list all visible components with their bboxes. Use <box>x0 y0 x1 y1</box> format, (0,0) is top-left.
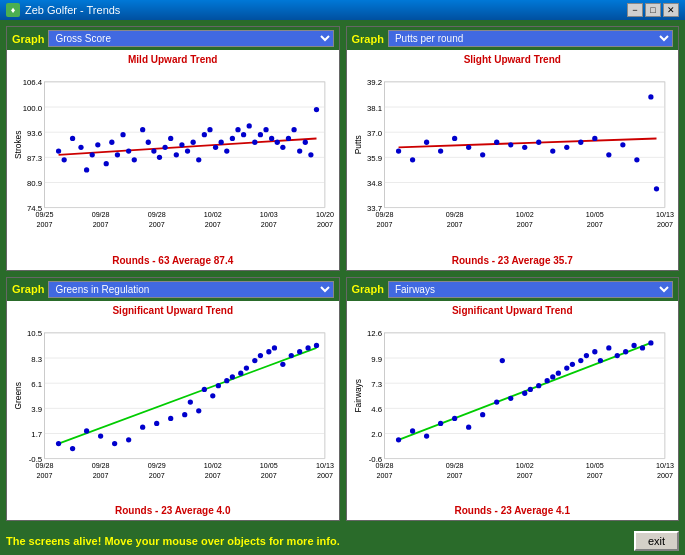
svg-point-158 <box>216 383 221 388</box>
svg-point-116 <box>653 186 658 191</box>
svg-text:34.8: 34.8 <box>367 179 382 188</box>
window-title: Zeb Golfer - Trends <box>25 4 120 16</box>
svg-text:09/28: 09/28 <box>148 211 166 219</box>
svg-text:8.3: 8.3 <box>31 354 42 363</box>
svg-point-154 <box>188 399 193 404</box>
svg-point-38 <box>126 148 131 153</box>
graph-select-fairways[interactable]: Fairways <box>388 281 673 298</box>
app-icon: ♦ <box>6 3 20 17</box>
svg-point-203 <box>480 412 485 417</box>
chart-title-fairways: Significant Upward Trend <box>351 305 675 316</box>
svg-point-198 <box>409 428 414 433</box>
chart-header-greens-in-regulation: GraphGreens in Regulation <box>7 278 339 301</box>
svg-point-99 <box>423 140 428 145</box>
svg-point-59 <box>247 123 252 128</box>
svg-text:35.9: 35.9 <box>367 154 382 163</box>
svg-point-220 <box>614 352 619 357</box>
svg-point-31 <box>84 167 89 172</box>
svg-text:2007: 2007 <box>656 221 672 229</box>
svg-text:38.1: 38.1 <box>367 104 382 113</box>
minimize-button[interactable]: − <box>627 3 643 17</box>
svg-point-197 <box>395 437 400 442</box>
status-text: The screens alive! Move your mouse over … <box>6 535 340 547</box>
svg-text:10/02: 10/02 <box>515 462 533 470</box>
svg-text:2007: 2007 <box>446 221 462 229</box>
svg-point-61 <box>258 132 263 137</box>
svg-point-151 <box>154 420 159 425</box>
svg-text:80.9: 80.9 <box>27 179 42 188</box>
svg-point-55 <box>224 148 229 153</box>
svg-point-153 <box>182 412 187 417</box>
svg-text:10/02: 10/02 <box>204 462 222 470</box>
svg-point-40 <box>140 127 145 132</box>
svg-point-170 <box>305 345 310 350</box>
svg-point-35 <box>109 140 114 145</box>
graph-select-putts-per-round[interactable]: Putts per round <box>388 30 673 47</box>
exit-button[interactable]: exit <box>634 531 679 551</box>
svg-point-163 <box>252 357 257 362</box>
svg-point-63 <box>269 136 274 141</box>
svg-point-27 <box>56 148 61 153</box>
svg-point-104 <box>494 140 499 145</box>
svg-point-48 <box>185 148 190 153</box>
chart-panel-gross-score: GraphGross ScoreMild Upward Trend106.410… <box>6 26 340 271</box>
svg-point-32 <box>90 152 95 157</box>
svg-point-157 <box>210 393 215 398</box>
svg-point-159 <box>224 378 229 383</box>
svg-point-167 <box>280 361 285 366</box>
chart-footer-fairways: Rounds - 23 Average 4.1 <box>351 503 675 518</box>
svg-text:10/02: 10/02 <box>515 211 533 219</box>
svg-text:Fairways: Fairways <box>352 379 362 413</box>
svg-point-145 <box>70 445 75 450</box>
svg-point-210 <box>544 378 549 383</box>
svg-point-150 <box>140 424 145 429</box>
close-button[interactable]: ✕ <box>663 3 679 17</box>
svg-point-69 <box>303 140 308 145</box>
svg-text:09/28: 09/28 <box>92 462 110 470</box>
maximize-button[interactable]: □ <box>645 3 661 17</box>
svg-text:Greens: Greens <box>13 382 23 409</box>
chart-area-fairways: Significant Upward Trend12.69.97.34.62.0… <box>347 301 679 521</box>
svg-point-42 <box>151 148 156 153</box>
svg-text:2007: 2007 <box>93 221 109 229</box>
svg-point-30 <box>78 145 83 150</box>
svg-text:2007: 2007 <box>93 471 109 479</box>
svg-point-105 <box>508 142 513 147</box>
svg-point-113 <box>620 142 625 147</box>
svg-point-51 <box>202 132 207 137</box>
svg-point-33 <box>95 142 100 147</box>
svg-point-219 <box>606 345 611 350</box>
graph-select-greens-in-regulation[interactable]: Greens in Regulation <box>48 281 333 298</box>
svg-point-100 <box>437 148 442 153</box>
graph-select-gross-score[interactable]: Gross Score <box>48 30 333 47</box>
svg-point-28 <box>62 157 67 162</box>
svg-text:09/28: 09/28 <box>445 211 463 219</box>
svg-point-215 <box>578 357 583 362</box>
svg-point-101 <box>452 136 457 141</box>
graph-label-gross-score: Graph <box>12 33 44 45</box>
svg-text:2007: 2007 <box>205 471 221 479</box>
svg-text:10/13: 10/13 <box>655 462 673 470</box>
svg-point-56 <box>230 136 235 141</box>
svg-point-39 <box>132 157 137 162</box>
svg-text:106.4: 106.4 <box>23 78 43 87</box>
svg-point-146 <box>84 428 89 433</box>
svg-point-208 <box>527 386 532 391</box>
svg-point-211 <box>550 374 555 379</box>
svg-point-166 <box>272 345 277 350</box>
svg-point-110 <box>578 140 583 145</box>
bottom-bar: The screens alive! Move your mouse over … <box>0 527 685 555</box>
svg-text:2007: 2007 <box>516 471 532 479</box>
svg-point-34 <box>104 161 109 166</box>
svg-point-103 <box>480 152 485 157</box>
svg-text:1.7: 1.7 <box>31 430 42 439</box>
svg-point-149 <box>126 437 131 442</box>
svg-text:10/13: 10/13 <box>316 462 334 470</box>
chart-svg-greens-in-regulation: 10.58.36.13.91.7-0.5Greens09/28200709/28… <box>11 318 335 504</box>
svg-point-155 <box>196 408 201 413</box>
chart-title-greens-in-regulation: Significant Upward Trend <box>11 305 335 316</box>
svg-point-98 <box>409 157 414 162</box>
svg-text:Strokes: Strokes <box>13 131 23 159</box>
svg-point-218 <box>597 357 602 362</box>
chart-header-putts-per-round: GraphPutts per round <box>347 27 679 50</box>
